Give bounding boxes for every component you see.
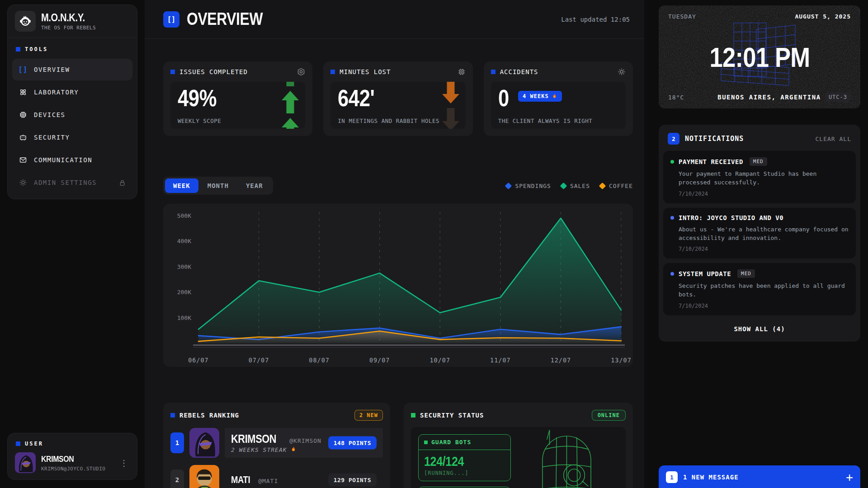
user-row[interactable]: KRIMSON KRIMSON@JOYCO.STUDIO ⋮ [15, 452, 130, 473]
notifications-title: NOTIFICATIONS [685, 135, 744, 143]
clear-all-button[interactable]: CLEAR ALL [816, 136, 851, 142]
guard-bots-label: GUARD BOTS [431, 439, 471, 446]
svg-text:200K: 200K [177, 289, 191, 296]
page-title-icon: [] [163, 11, 179, 28]
settings-hex-icon[interactable] [297, 68, 305, 76]
chip-icon [19, 111, 28, 119]
rebels-ranking-card: REBELS RANKING 2 NEW 1 [163, 403, 390, 488]
avatar [189, 465, 219, 488]
page-title: OVERVIEW [187, 9, 263, 29]
svg-text:06/07: 06/07 [188, 357, 209, 364]
notification-date: 7/10/2024 [670, 191, 849, 197]
sidebar-item-devices[interactable]: DEVICES [12, 104, 132, 126]
diamond-icon [505, 182, 512, 189]
settings-cog-icon[interactable] [618, 68, 626, 76]
plus-icon[interactable]: + [846, 471, 853, 483]
stat-value: 0 [498, 85, 509, 111]
notification-intro[interactable]: INTRO: JOYCO STUDIO AND V0 About us - We… [663, 208, 856, 259]
points-badge: 129 POINTS [328, 474, 377, 487]
page-header: [] OVERVIEW Last updated 12:05 [145, 0, 644, 39]
rebel-name: KRIMSON [231, 433, 276, 445]
legend-sales[interactable]: SALES [561, 183, 590, 189]
user-info: KRIMSON KRIMSON@JOYCO.STUDIO [41, 454, 105, 472]
rebel-handle: @KRIMSON [289, 437, 321, 444]
sidebar-item-admin-settings[interactable]: ADMIN SETTINGS [12, 172, 132, 193]
notification-payment[interactable]: PAYMENT RECEIVED MED Your payment to Ram… [663, 151, 856, 203]
avatar [189, 428, 219, 458]
utc-offset-badge: UTC-3 [825, 92, 851, 102]
new-message-bar[interactable]: 1 1 NEW MESSAGE + [659, 465, 860, 488]
card-bullet [424, 441, 428, 444]
notification-body: About us - We're a healthcare company fo… [670, 225, 849, 243]
status-dot [670, 272, 674, 276]
svg-text:08/07: 08/07 [309, 357, 330, 364]
chart-legend: SPENDINGS SALES COFFEE [506, 183, 633, 189]
sidebar-item-label: COMMUNICATION [34, 156, 92, 164]
card-bullet [170, 413, 175, 418]
notification-title: SYSTEM UPDATE [679, 270, 731, 277]
points-badge: 148 POINTS [328, 436, 377, 450]
notification-system-update[interactable]: SYSTEM UPDATE MED Security patches have … [663, 263, 856, 315]
sidebar-item-security[interactable]: SECURITY [12, 127, 132, 148]
logo-row: M.O.N.K.Y. THE OS FOR REBELS [8, 5, 137, 38]
user-menu-button[interactable]: ⋮ [118, 456, 130, 469]
guard-bot-wireframe [525, 429, 609, 488]
tab-week[interactable]: WEEK [165, 178, 198, 193]
stat-card-issues: ISSUES COMPLETED 49% WEEKLY SCOPE [163, 61, 312, 136]
rebel-name: MATI [231, 475, 250, 485]
chart-controls: WEEK MONTH YEAR SPENDINGS SALES [163, 177, 633, 195]
stat-caption: IN MEETINGS AND RABBIT HOLES [338, 117, 439, 124]
bottom-row: REBELS RANKING 2 NEW 1 [163, 403, 633, 488]
settings-chip-icon[interactable] [458, 68, 466, 76]
stat-caption: THE CLIENT ALWAYS IS RIGHT [498, 117, 593, 124]
stat-caption: WEEKLY SCOPE [178, 117, 221, 124]
stats-row: ISSUES COMPLETED 49% WEEKLY SCOPE [163, 61, 633, 136]
user-email: KRIMSON@JOYCO.STUDIO [41, 466, 105, 472]
notification-body: Your payment to Rampant Studio has been … [670, 170, 849, 187]
stat-label: MINUTES LOST [340, 68, 391, 75]
rebel-handle: @MATI [258, 478, 278, 484]
legend-coffee[interactable]: COFFEE [600, 183, 633, 189]
tools-section-label: TOOLS [8, 38, 137, 58]
gear-icon [19, 178, 28, 187]
clock-card: TUESDAY AUGUST 5, 2025 12:01 PM 18°C BUE… [659, 5, 860, 108]
user-name: KRIMSON [41, 454, 74, 464]
tab-month[interactable]: MONTH [199, 178, 237, 193]
security-status-card: SECURITY STATUS ONLINE GUARD BOTS 124/12… [404, 403, 633, 488]
card-bullet [491, 70, 495, 74]
brackets-icon: [] [19, 66, 28, 74]
rank-info-panel: KRIMSON @KRIMSON 2 WEEKS STREAK 148 POIN… [225, 428, 383, 458]
tab-year[interactable]: YEAR [238, 178, 271, 193]
security-panel: GUARD BOTS 124/124 [RUNNING...] FIREWALL [411, 427, 626, 488]
card-bullet [330, 70, 335, 74]
user-section-label: USER [15, 440, 130, 447]
sidebar: M.O.N.K.Y. THE OS FOR REBELS TOOLS [] OV… [7, 5, 137, 199]
stat-panel: 642' IN MEETINGS AND RABBIT HOLES [330, 82, 465, 129]
svg-text:400K: 400K [177, 238, 191, 244]
logo-text: M.O.N.K.Y. THE OS FOR REBELS [41, 12, 96, 31]
guard-bots-card: GUARD BOTS 124/124 [RUNNING...] [418, 434, 511, 481]
show-all-button[interactable]: SHOW ALL (4) [663, 320, 856, 337]
ranking-row-2[interactable]: 2 [170, 465, 383, 488]
online-badge: ONLINE [592, 410, 626, 421]
guard-bots-status: [RUNNING...] [424, 470, 505, 476]
rank-number: 2 [170, 469, 184, 488]
dashboard: M.O.N.K.Y. THE OS FOR REBELS TOOLS [] OV… [0, 0, 868, 488]
sidebar-item-overview[interactable]: [] OVERVIEW [12, 59, 132, 80]
ranking-title: REBELS RANKING [179, 412, 239, 419]
ranking-row-1[interactable]: 1 KRIMSON [170, 428, 383, 458]
section-bullet [16, 47, 20, 52]
notifications-panel: 2 NOTIFICATIONS CLEAR ALL PAYMENT RECEIV… [659, 125, 860, 342]
legend-spendings[interactable]: SPENDINGS [506, 183, 551, 189]
streak-badge: 4 WEEKS [518, 91, 562, 102]
monkey-logo-icon [15, 11, 36, 32]
sidebar-item-label: DEVICES [34, 111, 66, 118]
rank-number: 1 [170, 432, 184, 453]
stat-label: ISSUES COMPLETED [179, 68, 248, 75]
svg-text:100K: 100K [177, 314, 191, 321]
date: AUGUST 5, 2025 [795, 13, 851, 20]
svg-text:13/07: 13/07 [611, 357, 632, 364]
sidebar-item-communication[interactable]: COMMUNICATION [12, 149, 132, 171]
sidebar-item-laboratory[interactable]: LABORATORY [12, 81, 132, 103]
notification-date: 7/10/2024 [670, 246, 849, 252]
